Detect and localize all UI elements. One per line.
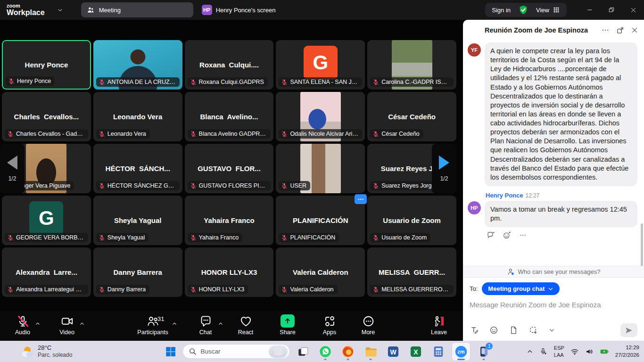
chevron-up-icon[interactable] xyxy=(79,321,85,327)
react-button[interactable]: React xyxy=(229,314,263,336)
participant-tile[interactable]: César CedeñoCésar Cedeño xyxy=(367,92,456,141)
chat-message: HPHenry Ponce12:27Vamos a tomar un break… xyxy=(468,189,637,239)
search-placeholder: Buscar xyxy=(200,348,220,355)
participant-tile[interactable]: GGEORGE VERA BORBOR xyxy=(2,196,91,245)
search-input[interactable]: Buscar xyxy=(182,344,290,359)
taskbar-apps: WXzm1 xyxy=(294,343,493,361)
participant-tile[interactable]: Valeria CalderonValeria Calderon xyxy=(276,247,365,297)
participant-tile[interactable]: GSANTA ELENA - SAN JOSÉ ... xyxy=(276,40,365,90)
chevron-up-icon[interactable] xyxy=(218,321,223,327)
close-button[interactable] xyxy=(622,0,644,20)
task-view-taskbar-button[interactable] xyxy=(294,343,312,361)
word-taskbar-button[interactable]: W xyxy=(384,343,402,361)
chevron-up-icon[interactable] xyxy=(35,321,41,327)
tab-meeting[interactable]: Meeting xyxy=(81,2,193,17)
sign-in-button[interactable]: Sign in xyxy=(492,7,511,14)
chat-close-icon[interactable] xyxy=(631,26,638,34)
voice-access-icon[interactable] xyxy=(539,347,548,356)
share-button[interactable]: Share xyxy=(271,314,305,336)
participant-tile[interactable]: Leonardo VeraLeonardo Vera xyxy=(93,92,182,141)
privacy-note[interactable]: Who can see your messages? xyxy=(463,266,644,278)
participant-tile[interactable]: Yahaira FrancoYahaira Franco xyxy=(185,196,274,245)
zoom-taskbar-button[interactable]: zm xyxy=(452,343,470,361)
message-more-icon[interactable] xyxy=(519,231,527,239)
weather-desc: Parc. soleado xyxy=(38,352,72,359)
chat-button[interactable]: Chat xyxy=(189,314,223,336)
chat-scrollbar[interactable] xyxy=(641,223,643,266)
participant-tile[interactable]: Henry PonceHenry Ponce xyxy=(2,40,91,90)
video-button[interactable]: Video xyxy=(50,314,84,336)
participant-tile[interactable]: Carolina C.-GADPR ISLA SA... xyxy=(367,40,456,90)
file-explorer-taskbar-button[interactable] xyxy=(362,343,380,361)
participant-name-label: Usuario de Zoom xyxy=(370,233,430,242)
tile-more-options-button[interactable]: ⋯ xyxy=(355,194,367,204)
participant-tile[interactable]: Usuario de ZoomUsuario de Zoom xyxy=(367,196,456,245)
emoji-icon[interactable] xyxy=(489,326,498,335)
participant-tile[interactable]: Alexandra Larre...Alexandra Larreategui … xyxy=(2,247,91,297)
whatsapp-taskbar-button[interactable] xyxy=(316,343,334,361)
recipient-selector[interactable]: Meeting group chat xyxy=(482,282,560,295)
tab-henry-ponces-screen[interactable]: HP Henry Ponce's screen xyxy=(202,5,276,15)
next-page-button[interactable]: 1/2 xyxy=(432,144,456,193)
keyboard-layout[interactable]: ESP LAA xyxy=(554,345,564,358)
participant-name-text: HÉCTOR SÁNCHEZ GAD AT... xyxy=(107,182,176,189)
calculator-taskbar-button[interactable] xyxy=(429,343,447,361)
message-input[interactable]: Message Reunión Zoom de Joe Espinoza xyxy=(470,301,637,309)
previous-page-button[interactable]: 1/2 xyxy=(0,144,25,193)
participants-button[interactable]: 31Participants xyxy=(136,314,170,336)
chevron-down-icon[interactable] xyxy=(549,327,555,333)
participant-name-text: SANTA ELENA - SAN JOSÉ ... xyxy=(290,79,358,85)
format-icon[interactable] xyxy=(470,326,479,335)
participant-tile[interactable]: Danny BarreraDanny Barrera xyxy=(93,247,182,297)
participant-name-text: Usuario de Zoom xyxy=(381,234,427,241)
participant-name-label: GUSTAVO FLORES PIGUAVE xyxy=(188,181,271,190)
participant-name-text: Sheyla Yagual xyxy=(107,234,145,241)
participant-tile[interactable]: ANTONIA DE LA CRUZ-GA... xyxy=(93,40,182,90)
windows-icon xyxy=(165,346,177,358)
participant-tile[interactable]: PLANIFICACIÓNPLANIFICACIÓN xyxy=(276,196,365,245)
participant-name-text: PLANIFICACIÓN xyxy=(290,234,335,241)
participant-tile[interactable]: HONOR LLY-LX3HONOR LLY-LX3 xyxy=(185,247,274,297)
message-sender[interactable]: Henry Ponce xyxy=(486,192,523,199)
participant-tile[interactable]: Roxana Culqui....Roxana Culqui.GADPRS xyxy=(185,40,274,90)
notification-badge: 1 xyxy=(486,343,493,350)
chat-message: YFA quien le compete crear la ley para l… xyxy=(468,42,637,186)
participant-tile[interactable]: USER xyxy=(276,144,365,193)
participant-tile[interactable]: Sheyla YagualSheyla Yagual xyxy=(93,196,182,245)
participant-tile[interactable]: Odalis Nicole Alcivar Arias xyxy=(276,92,365,141)
participant-tile[interactable]: GUSTAVO FLOR...GUSTAVO FLORES PIGUAVE xyxy=(185,144,274,193)
start-button[interactable] xyxy=(162,343,180,361)
popout-icon[interactable] xyxy=(616,26,624,34)
participant-tile[interactable]: HÉCTOR SÁNCH...HÉCTOR SÁNCHEZ GAD AT... xyxy=(93,144,182,193)
firefox-taskbar-button[interactable] xyxy=(339,343,357,361)
audio-button[interactable]: Audio xyxy=(6,314,40,336)
add-reaction-icon[interactable] xyxy=(503,231,511,239)
leave-button[interactable]: Leave xyxy=(422,314,456,336)
restore-button[interactable] xyxy=(601,0,622,20)
notifications-taskbar-button[interactable]: 1 xyxy=(475,343,493,361)
participant-tile[interactable]: Blanca Avelino...Blanca Avelino GADPR AN… xyxy=(185,92,274,141)
participant-tile[interactable]: MELISSA GUERR...MELISSA GUERRERO GADP... xyxy=(367,247,456,297)
chevron-up-icon[interactable] xyxy=(172,321,177,327)
chat-message-list[interactable]: YFA quien le compete crear la ley para l… xyxy=(463,41,644,266)
clock[interactable]: 12:29 27/2/2026 xyxy=(615,344,639,359)
more-button[interactable]: More xyxy=(351,314,385,336)
excel-taskbar-button[interactable]: X xyxy=(407,343,425,361)
chevron-down-icon[interactable] xyxy=(57,7,63,13)
mic-muted-icon xyxy=(7,286,14,293)
zoom-icon: zm xyxy=(454,345,468,358)
screenshot-icon[interactable] xyxy=(529,326,538,335)
battery-icon[interactable] xyxy=(600,347,609,356)
wifi-icon[interactable] xyxy=(570,347,579,356)
weather-widget[interactable]: 28°C Parc. soleado xyxy=(20,344,72,359)
view-button[interactable]: View xyxy=(536,6,560,14)
volume-icon[interactable] xyxy=(585,347,594,356)
chat-more-icon[interactable] xyxy=(601,26,610,34)
participant-tile[interactable]: Charles Cevallos...Charles Cevallos - Ga… xyxy=(2,92,91,141)
attach-file-icon[interactable] xyxy=(509,326,518,335)
reply-icon[interactable] xyxy=(487,231,495,239)
minimize-button[interactable] xyxy=(579,0,601,20)
hidden-icons-button[interactable] xyxy=(527,348,533,355)
send-button[interactable] xyxy=(620,323,637,337)
apps-button[interactable]: Apps xyxy=(313,314,347,336)
